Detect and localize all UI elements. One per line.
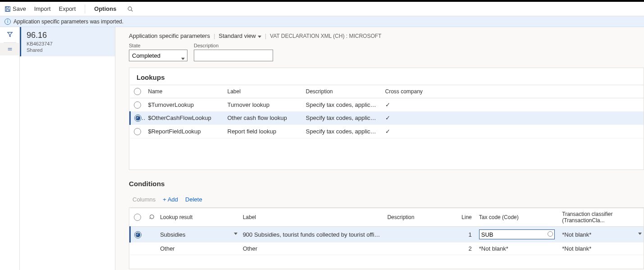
lookup-row[interactable]: $TurnoverLookup Turnover lookup Specify … bbox=[130, 98, 644, 112]
lookups-panel: Lookups Name Label Description Cross com… bbox=[129, 68, 644, 170]
check-icon: ✓ bbox=[382, 125, 644, 138]
header-fields: State Completed Description bbox=[129, 43, 644, 61]
conditions-grid: Lookup result Label Description Line Tax… bbox=[129, 208, 644, 269]
row-selector[interactable] bbox=[134, 114, 142, 122]
left-rail bbox=[0, 27, 20, 270]
refresh-header[interactable] bbox=[145, 208, 156, 227]
row-selector[interactable] bbox=[134, 231, 142, 238]
main-area: Application specific parameters | Standa… bbox=[115, 27, 644, 270]
select-all-header[interactable] bbox=[130, 208, 146, 227]
svg-rect-2 bbox=[6, 9, 9, 11]
select-all-header[interactable] bbox=[130, 85, 145, 98]
check-icon: ✓ bbox=[382, 98, 644, 112]
refresh-icon bbox=[149, 214, 155, 220]
col-name[interactable]: Name bbox=[145, 85, 224, 98]
lookup-row[interactable]: $ReportFieldLookup Report field lookup S… bbox=[130, 125, 644, 138]
import-button[interactable]: Import bbox=[34, 5, 51, 12]
conditions-title: Conditions bbox=[129, 180, 644, 188]
breadcrumb-view[interactable]: Standard view bbox=[219, 32, 261, 39]
svg-rect-1 bbox=[6, 6, 9, 8]
export-button[interactable]: Export bbox=[59, 5, 76, 12]
list-item-status: Shared bbox=[27, 47, 110, 53]
row-selector[interactable] bbox=[134, 128, 141, 135]
filter-rail-button[interactable] bbox=[0, 28, 20, 41]
filter-icon bbox=[7, 31, 13, 37]
info-message: Application specific parameters was impo… bbox=[14, 18, 123, 25]
row-selector[interactable] bbox=[134, 101, 141, 109]
body: 96.16 KB4623747 Shared Application speci… bbox=[0, 27, 644, 270]
delete-button[interactable]: Delete bbox=[185, 196, 202, 203]
col-lookup-result[interactable]: Lookup result bbox=[156, 208, 239, 227]
list-pane: 96.16 KB4623747 Shared bbox=[20, 27, 115, 270]
conditions-toolbar: Columns + Add Delete bbox=[129, 194, 644, 207]
description-input[interactable] bbox=[194, 50, 273, 61]
col-line[interactable]: Line bbox=[442, 208, 475, 227]
col-cross-company[interactable]: Cross company bbox=[382, 85, 644, 98]
toolbar-separator bbox=[85, 5, 85, 14]
lookup-row[interactable]: $OtherCashFlowLookup Other cash flow loo… bbox=[130, 111, 644, 125]
state-label: State bbox=[129, 43, 187, 48]
col-tax-code[interactable]: Tax code (Code) bbox=[475, 208, 559, 227]
description-field: Description bbox=[194, 43, 273, 61]
info-bar: i Application specific parameters was im… bbox=[0, 16, 644, 27]
svg-line-4 bbox=[131, 10, 132, 11]
search-button[interactable] bbox=[127, 6, 133, 12]
command-bar: Save Import Export Options bbox=[0, 2, 644, 16]
col-description[interactable]: Description bbox=[302, 85, 382, 98]
condition-row[interactable]: Subsidies 900 Subsidies, tourist funds c… bbox=[130, 227, 644, 243]
chevron-down-icon bbox=[258, 32, 261, 39]
list-item[interactable]: 96.16 KB4623747 Shared bbox=[20, 27, 115, 56]
state-field: State Completed bbox=[129, 43, 187, 61]
chevron-down-icon[interactable] bbox=[234, 229, 238, 236]
list-item-title: 96.16 bbox=[27, 31, 110, 40]
columns-button[interactable]: Columns bbox=[132, 196, 155, 203]
info-icon: i bbox=[5, 18, 11, 25]
breadcrumb-page: Application specific parameters bbox=[129, 32, 210, 39]
search-icon bbox=[127, 6, 133, 12]
condition-row[interactable]: Other Other 2 *Not blank* *Not blank* bbox=[130, 243, 644, 255]
save-icon bbox=[5, 6, 11, 12]
col-label[interactable]: Label bbox=[224, 85, 302, 98]
state-select[interactable]: Completed bbox=[129, 50, 187, 61]
lookups-title: Lookups bbox=[129, 68, 644, 85]
rail-expand-button[interactable] bbox=[0, 43, 20, 55]
breadcrumb-context: VAT DECLARATION XML (CH) : MICROSOFT bbox=[270, 33, 381, 39]
col-label[interactable]: Label bbox=[239, 208, 384, 227]
breadcrumb: Application specific parameters | Standa… bbox=[129, 32, 644, 39]
description-label: Description bbox=[194, 43, 273, 48]
save-button[interactable]: Save bbox=[5, 5, 26, 12]
plus-icon: + bbox=[163, 196, 166, 203]
conditions-panel: Conditions Columns + Add Delete bbox=[129, 180, 644, 269]
chevron-down-icon[interactable] bbox=[638, 229, 642, 236]
col-txn-classifier[interactable]: Transaction classifier (TransactionCla..… bbox=[558, 208, 644, 227]
col-description[interactable]: Description bbox=[384, 208, 442, 227]
add-button[interactable]: + Add bbox=[163, 196, 178, 203]
list-item-id: KB4623747 bbox=[27, 41, 110, 46]
save-label: Save bbox=[13, 5, 26, 12]
svg-point-3 bbox=[128, 7, 132, 10]
check-icon: ✓ bbox=[382, 111, 644, 125]
options-button[interactable]: Options bbox=[94, 5, 116, 12]
tax-code-input[interactable] bbox=[479, 229, 555, 239]
collapse-icon bbox=[7, 46, 13, 52]
lookups-grid: Name Label Description Cross company $Tu… bbox=[129, 85, 644, 169]
